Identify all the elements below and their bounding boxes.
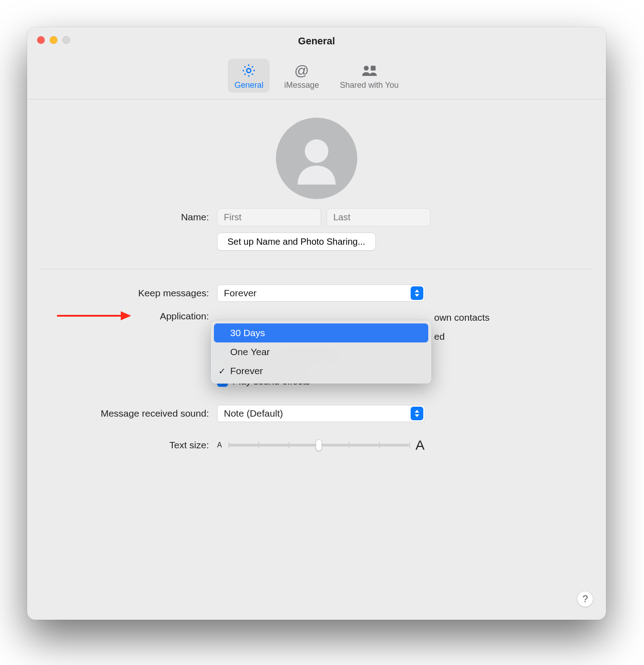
received-sound-label: Message received sound: xyxy=(41,408,217,419)
window-titlebar: General xyxy=(27,27,606,52)
popup-value: Note (Default) xyxy=(224,408,283,419)
slider-track[interactable] xyxy=(228,444,409,446)
svg-point-0 xyxy=(247,68,251,72)
gear-icon xyxy=(241,62,257,79)
question-icon: ? xyxy=(582,593,588,605)
slider-thumb[interactable] xyxy=(316,439,322,451)
text-size-large-icon: A xyxy=(416,437,425,453)
svg-rect-2 xyxy=(370,66,375,71)
tab-label: iMessage xyxy=(284,81,319,90)
chevron-up-down-icon xyxy=(411,407,423,420)
text-size-small-icon: A xyxy=(217,441,222,449)
prefs-toolbar: General @ iMessage Shared with You xyxy=(27,52,606,100)
svg-point-3 xyxy=(305,139,328,163)
checkmark-icon: ✓ xyxy=(218,366,226,376)
chevron-up-down-icon xyxy=(411,286,423,300)
popup-value: Forever xyxy=(224,288,256,299)
annotation-arrow-icon xyxy=(55,309,132,323)
tab-label: General xyxy=(234,81,263,90)
menu-item-one-year[interactable]: One Year xyxy=(214,342,428,361)
svg-marker-5 xyxy=(121,311,131,320)
help-button[interactable]: ? xyxy=(577,591,593,607)
tab-label: Shared with You xyxy=(340,81,398,90)
keep-messages-label: Keep messages: xyxy=(41,288,217,299)
general-pane: Name: Set up Name and Photo Sharing... K… xyxy=(27,100,606,453)
people-icon xyxy=(361,62,378,79)
setup-name-photo-button[interactable]: Set up Name and Photo Sharing... xyxy=(217,233,376,251)
section-divider xyxy=(41,269,592,269)
text-size-label: Text size: xyxy=(41,440,217,451)
first-name-field[interactable] xyxy=(217,208,321,226)
window-title: General xyxy=(27,35,606,47)
keep-messages-popup[interactable]: Forever xyxy=(217,285,425,302)
text-size-slider[interactable]: A A xyxy=(217,437,425,453)
received-sound-popup[interactable]: Note (Default) xyxy=(217,405,425,422)
tab-shared-with-you[interactable]: Shared with You xyxy=(333,59,405,93)
last-name-field[interactable] xyxy=(327,208,431,226)
menu-item-30-days[interactable]: 30 Days xyxy=(214,323,428,342)
tab-imessage[interactable]: @ iMessage xyxy=(278,59,325,93)
preferences-window: General General @ iMessage xyxy=(27,27,606,620)
profile-avatar[interactable] xyxy=(276,118,357,199)
at-icon: @ xyxy=(294,62,310,79)
name-label: Name: xyxy=(41,212,217,223)
tab-general[interactable]: General xyxy=(228,59,270,93)
keep-messages-dropdown: 30 Days One Year ✓ Forever xyxy=(211,320,431,384)
svg-point-1 xyxy=(364,66,369,71)
menu-item-forever[interactable]: ✓ Forever xyxy=(214,361,428,380)
